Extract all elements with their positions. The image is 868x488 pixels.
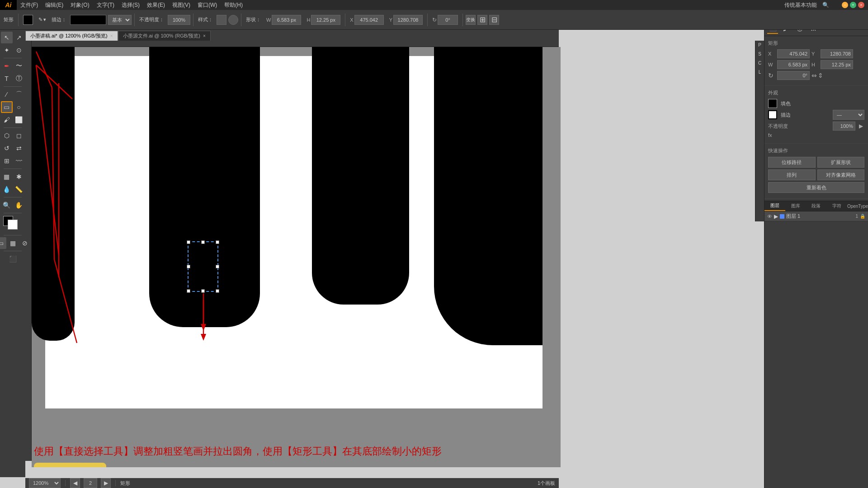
- curvature-tool[interactable]: 〜: [13, 60, 25, 72]
- zoom-select[interactable]: 1200%: [29, 478, 61, 488]
- layer-expand-icon[interactable]: ▶: [774, 213, 778, 220]
- hand-tool[interactable]: ✋: [13, 199, 25, 211]
- frame-input[interactable]: 2: [84, 478, 97, 488]
- panel-w-input[interactable]: [777, 60, 810, 69]
- stroke-area[interactable]: ✎ ▾: [37, 16, 48, 23]
- menu-effect[interactable]: 效果(E): [143, 0, 169, 10]
- width-input[interactable]: 6.583 px: [272, 15, 301, 25]
- pixel-grid-button[interactable]: 对齐像素网格: [817, 169, 865, 180]
- frame-next-button[interactable]: ▶: [101, 478, 111, 488]
- menu-type[interactable]: 文字(T): [93, 0, 118, 10]
- tab-0-close[interactable]: ×: [110, 33, 113, 38]
- eraser-tool[interactable]: ◻: [13, 130, 25, 141]
- stroke-width-dropdown[interactable]: —: [833, 110, 864, 120]
- ellipse-tool[interactable]: ○: [13, 101, 25, 113]
- minimize-button[interactable]: −: [842, 2, 848, 8]
- normal-fill-button[interactable]: ▭: [0, 237, 6, 249]
- menu-help[interactable]: 帮助(H): [221, 0, 246, 10]
- shaper-tool[interactable]: ⬡: [1, 130, 13, 141]
- pen-tool[interactable]: ✒: [1, 60, 13, 72]
- artboard-tool[interactable]: ⬛: [7, 253, 19, 265]
- panel-toggle-stroke[interactable]: S: [756, 52, 764, 59]
- library-tab[interactable]: 图库: [785, 201, 806, 211]
- expand-shape-button[interactable]: 扩展形状: [817, 157, 865, 168]
- opacity-input[interactable]: 100%: [168, 15, 190, 25]
- stroke-swatch[interactable]: [8, 220, 18, 230]
- panel-angle-input[interactable]: [777, 71, 810, 80]
- panel-x-input[interactable]: [777, 49, 810, 58]
- para-tab[interactable]: 段落: [806, 201, 826, 211]
- tab-0[interactable]: 小墨讲稿.ai* @ 1200% (RGB/预览) ×: [25, 31, 118, 41]
- x-input[interactable]: 475.042: [354, 15, 384, 25]
- line-tool[interactable]: ⁄: [1, 89, 13, 100]
- layer-lock-icon[interactable]: 🔒: [860, 214, 865, 219]
- layer-tab[interactable]: 图层: [764, 201, 785, 211]
- opentype-tab[interactable]: OpenType: [847, 201, 868, 211]
- flip-v-icon[interactable]: ⇕: [818, 72, 822, 79]
- align-button[interactable]: ⊞: [477, 15, 487, 25]
- panel-stroke-swatch[interactable]: [768, 110, 777, 119]
- style-preview[interactable]: [217, 15, 226, 25]
- selection-tool[interactable]: ↖: [1, 32, 13, 43]
- menu-object[interactable]: 对象(O): [67, 0, 93, 10]
- panel-toggle-color[interactable]: C: [756, 61, 764, 68]
- close-button[interactable]: ×: [858, 2, 864, 8]
- selected-rectangle[interactable]: [188, 241, 218, 292]
- measure-tool[interactable]: 📏: [13, 183, 25, 195]
- transform-button[interactable]: 变换: [466, 15, 476, 25]
- magic-wand-tool[interactable]: ✦: [1, 44, 13, 56]
- style-circle[interactable]: [228, 15, 238, 25]
- gradient-fill-button[interactable]: ▦: [7, 237, 19, 249]
- layer-visibility-icon[interactable]: 👁: [767, 214, 772, 219]
- paintbrush-tool[interactable]: 🖌: [1, 114, 13, 126]
- blob-brush-tool[interactable]: ⬜: [13, 114, 25, 126]
- zoom-tool[interactable]: 🔍: [1, 199, 13, 211]
- graph-tool[interactable]: ▦: [1, 171, 13, 183]
- menu-window[interactable]: 窗口(W): [194, 0, 221, 10]
- stroke-dropdown-arrow[interactable]: ▾: [43, 17, 46, 23]
- toolbar-sep-7: [462, 14, 463, 26]
- fill-color-swatch[interactable]: [23, 15, 33, 25]
- search-icon[interactable]: 🔍: [822, 2, 829, 8]
- scale-tool[interactable]: ⊞: [1, 155, 13, 167]
- menu-edit[interactable]: 编辑(E): [42, 0, 67, 10]
- char-tab[interactable]: 字符: [826, 201, 847, 211]
- maximize-button[interactable]: +: [850, 2, 856, 8]
- panel-opacity-input[interactable]: 100%: [833, 122, 855, 131]
- touch-type-tool[interactable]: Ⓣ: [13, 73, 25, 84]
- stroke-dropdown[interactable]: 基本: [108, 15, 132, 25]
- tab-1[interactable]: 小墨源文件.ai @ 100% (RGB/预览) ×: [118, 31, 211, 41]
- no-fill-button[interactable]: ⊘: [19, 237, 31, 249]
- distribute-button[interactable]: ⊟: [489, 15, 499, 25]
- type-tool[interactable]: T: [1, 73, 13, 84]
- height-input[interactable]: 12.25 px: [311, 15, 340, 25]
- warp-tool[interactable]: 〰: [13, 155, 25, 167]
- arrange-button[interactable]: 排列: [768, 169, 816, 180]
- panel-toggle-layers[interactable]: L: [756, 70, 764, 77]
- offset-path-button[interactable]: 位移路径: [768, 157, 816, 168]
- panel-y-input[interactable]: [821, 49, 853, 58]
- eyedropper-tool[interactable]: 💧: [1, 183, 13, 195]
- direct-selection-tool[interactable]: ↗: [13, 32, 25, 43]
- angle-input[interactable]: 0°: [438, 15, 458, 25]
- fill-color-area[interactable]: [21, 14, 35, 26]
- panel-h-input[interactable]: [821, 60, 853, 69]
- frame-prev-button[interactable]: ◀: [70, 478, 80, 488]
- lasso-tool[interactable]: ⊙: [13, 44, 25, 56]
- arc-tool[interactable]: ⌒: [13, 89, 25, 100]
- menu-select[interactable]: 选择(S): [118, 0, 143, 10]
- panel-fill-swatch[interactable]: [768, 99, 777, 108]
- rectangle-tool[interactable]: ▭: [1, 101, 13, 113]
- canvas-area[interactable]: 使用【直接选择工具】调整加粗竖笔画并拉出圆角，使用【矩形工具】在其底部绘制小的矩…: [32, 47, 561, 467]
- flip-h-icon[interactable]: ⇔: [811, 72, 816, 79]
- panel-toggle-properties[interactable]: P: [756, 42, 764, 50]
- menu-file[interactable]: 文件(F): [17, 0, 42, 10]
- reflect-tool[interactable]: ⇄: [13, 142, 25, 154]
- tab-1-close[interactable]: ×: [203, 33, 206, 38]
- rotate-tool[interactable]: ↺: [1, 142, 13, 154]
- y-input[interactable]: 1280.708: [393, 15, 423, 25]
- recolor-button[interactable]: 重新着色: [768, 182, 864, 193]
- symbol-tool[interactable]: ✱: [13, 171, 25, 183]
- opacity-expand-button[interactable]: ▶: [857, 122, 864, 130]
- menu-view[interactable]: 视图(V): [169, 0, 194, 10]
